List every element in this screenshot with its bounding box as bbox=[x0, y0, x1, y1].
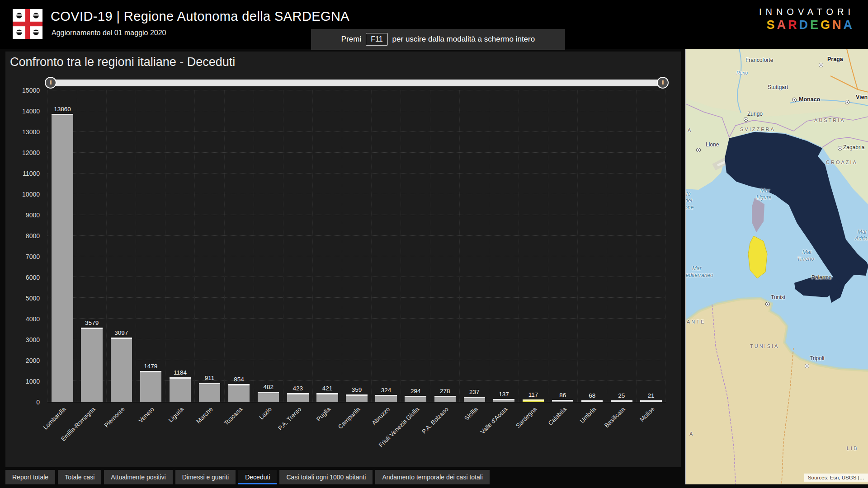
x-slot: Calabria bbox=[548, 402, 577, 470]
map-label-croazia: CROAZIA bbox=[826, 160, 858, 165]
map-label-vienna: Vienna bbox=[856, 94, 868, 100]
city-marker-icon bbox=[838, 146, 842, 150]
bar-slot: 324 bbox=[372, 90, 401, 402]
bar-lombardia[interactable] bbox=[52, 114, 73, 402]
bar-value-label: 294 bbox=[410, 388, 421, 394]
bar-slot: 3579 bbox=[77, 90, 107, 402]
x-slot: P.A. Bolzano bbox=[430, 402, 460, 470]
brand-innovatori: INNOVATORI bbox=[759, 6, 854, 18]
map-label-lib: LIB bbox=[847, 446, 859, 451]
x-slot: Emilia-Romagna bbox=[77, 402, 106, 470]
map-label-zurigo: Zurigo bbox=[747, 111, 763, 117]
tab-deceduti[interactable]: Deceduti bbox=[238, 470, 277, 484]
map-attribution: Sources: Esri, USGS |… bbox=[804, 474, 868, 482]
x-label-lazio: Lazio bbox=[258, 406, 273, 421]
x-slot: Valle d'Aosta bbox=[489, 402, 519, 470]
brand-letter-a: A bbox=[844, 18, 855, 32]
bar-abruzzo[interactable] bbox=[375, 395, 396, 402]
bar-puglia[interactable] bbox=[316, 393, 338, 402]
bar-value-label: 324 bbox=[381, 387, 392, 394]
slider-track[interactable] bbox=[47, 80, 666, 86]
map-label-austria: AUSTRIA bbox=[814, 117, 845, 123]
zoom-range-slider[interactable]: ‖ ‖ bbox=[47, 77, 666, 89]
page-subtitle: Aggiornamento del 01 maggio 2020 bbox=[52, 29, 166, 37]
y-tick-label: 7000 bbox=[26, 253, 40, 260]
brand-letter-r: R bbox=[788, 18, 799, 32]
bar-p-a-bolzano[interactable] bbox=[434, 396, 456, 402]
bar-value-label: 3579 bbox=[85, 319, 99, 326]
slider-handle-right[interactable]: ‖ bbox=[657, 77, 669, 89]
slider-handle-left[interactable]: ‖ bbox=[45, 77, 57, 89]
bar-slot: 13860 bbox=[47, 90, 77, 402]
bar-value-label: 117 bbox=[528, 391, 538, 398]
bar-value-label: 13860 bbox=[54, 106, 71, 113]
bars: 1386035793097147911849118544824234213593… bbox=[47, 90, 666, 402]
tab-andamento-temporale-dei-casi-totali[interactable]: Andamento temporale dei casi totali bbox=[375, 470, 490, 484]
bar-slot: 482 bbox=[254, 90, 283, 402]
page-title: COVID-19 | Regione Autonoma della SARDEG… bbox=[51, 9, 349, 24]
map-label-mar: Mar bbox=[760, 188, 770, 194]
tab-report-totale[interactable]: Report totale bbox=[5, 470, 55, 484]
bar-slot: 117 bbox=[519, 90, 548, 402]
map-label-reno: Reno bbox=[736, 70, 748, 75]
y-tick-label: 10000 bbox=[22, 191, 40, 198]
map-label-mar: Mar bbox=[692, 265, 702, 272]
bar-calabria[interactable] bbox=[552, 400, 573, 402]
map-label-mar: Mar bbox=[858, 229, 867, 235]
bar-friuli-venezia-giulia[interactable] bbox=[405, 396, 426, 402]
x-slot: Umbria bbox=[578, 402, 607, 470]
tab-bar: Report totaleTotale casiAttualmente posi… bbox=[5, 470, 490, 484]
plot-area: 1386035793097147911849118544824234213593… bbox=[47, 90, 666, 402]
bar-slot: 911 bbox=[195, 90, 224, 402]
bar-value-label: 237 bbox=[469, 389, 480, 395]
tab-casi-totali-ogni-1000-abitanti[interactable]: Casi totali ogni 1000 abitanti bbox=[279, 470, 373, 484]
map-label-mediterraneo: Mediterraneo bbox=[685, 272, 713, 278]
bar-slot: 25 bbox=[607, 90, 637, 402]
chart-title: Confronto tra le regioni italiane - Dece… bbox=[10, 55, 235, 69]
x-label-calabria: Calabria bbox=[547, 406, 567, 427]
map-base bbox=[686, 49, 868, 484]
tab-totale-casi[interactable]: Totale casi bbox=[58, 470, 101, 484]
x-label-puglia: Puglia bbox=[315, 406, 332, 422]
map-label-zagabria: Zagabria bbox=[843, 144, 864, 150]
bar-liguria[interactable] bbox=[170, 377, 191, 402]
y-tick-label: 0 bbox=[36, 399, 40, 406]
x-slot: Molise bbox=[637, 402, 666, 470]
bar-emilia-romagna[interactable] bbox=[81, 328, 102, 402]
bar-slot: 237 bbox=[460, 90, 489, 402]
bar-marche[interactable] bbox=[199, 383, 220, 402]
bar-molise[interactable] bbox=[640, 400, 661, 402]
bar-piemonte[interactable] bbox=[111, 338, 132, 402]
map-panel[interactable]: FrancofortePragaStuttgartMonacoViennaRen… bbox=[685, 49, 868, 484]
bar-p-a-trento[interactable] bbox=[287, 393, 308, 402]
bar-valle-d-aosta[interactable] bbox=[493, 399, 514, 402]
bar-value-label: 3097 bbox=[114, 329, 128, 336]
bar-basilicata[interactable] bbox=[611, 400, 632, 402]
x-slot: P.A. Trento bbox=[283, 402, 312, 470]
bar-slot: 68 bbox=[578, 90, 607, 402]
bar-toscana[interactable] bbox=[228, 384, 250, 402]
tab-attualmente-positivi[interactable]: Attualmente positivi bbox=[104, 470, 172, 484]
bar-sicilia[interactable] bbox=[464, 397, 485, 402]
bar-lazio[interactable] bbox=[258, 392, 279, 402]
fullscreen-exit-notification: Premi F11 per uscire dalla modalità a sc… bbox=[311, 29, 565, 50]
x-label-basilicata: Basilicata bbox=[603, 406, 626, 429]
bar-campania[interactable] bbox=[346, 394, 367, 402]
bar-umbria[interactable] bbox=[581, 400, 603, 402]
chart-panel: Confronto tra le regioni italiane - Dece… bbox=[5, 52, 681, 467]
bar-veneto[interactable] bbox=[140, 371, 161, 402]
bar-slot: 423 bbox=[283, 90, 313, 402]
bar-value-label: 1479 bbox=[144, 363, 157, 370]
y-tick-label: 4000 bbox=[26, 315, 40, 323]
map-label-a: A bbox=[689, 431, 694, 436]
map-label-golfo: Golfo bbox=[685, 191, 691, 197]
x-slot: Liguria bbox=[165, 402, 195, 470]
bar-sardegna[interactable] bbox=[523, 399, 544, 402]
bar-value-label: 1184 bbox=[174, 369, 187, 376]
y-tick-label: 11000 bbox=[23, 170, 40, 177]
bar-value-label: 68 bbox=[589, 392, 595, 399]
tab-dimessi-e-guariti[interactable]: Dimessi e guariti bbox=[175, 470, 236, 484]
map-label-francoforte: Francoforte bbox=[745, 57, 773, 63]
map-label-mar: Mar bbox=[802, 249, 812, 255]
bar-slot: 294 bbox=[401, 90, 430, 402]
